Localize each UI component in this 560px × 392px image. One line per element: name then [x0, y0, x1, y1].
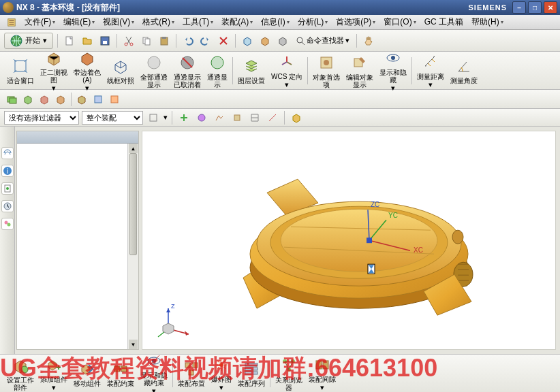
toolbar-assembly: 设置工作 部件 添加组件▾ 移动组件 装配约束 显示和隐 藏约束▾ 装配布置 爆…	[0, 354, 560, 392]
menu-pref[interactable]: 首选项(P)▾	[332, 15, 379, 29]
menu-gc[interactable]: GC 工具箱	[420, 15, 467, 29]
asm-arrange-button[interactable]: 装配布置	[175, 358, 208, 389]
svg-point-20	[391, 56, 395, 60]
fb-8[interactable]	[289, 110, 304, 125]
svg-point-41	[452, 230, 463, 244]
menu-info[interactable]: 信息(I)▾	[257, 15, 293, 29]
relation-browser-button[interactable]: 关系浏览 器	[273, 355, 305, 393]
meas-ang-button[interactable]: 测量角度	[448, 55, 480, 86]
new-button[interactable]	[62, 33, 77, 48]
svg-point-33	[4, 221, 7, 225]
scroll-thumb[interactable]	[129, 153, 137, 255]
show-hide-const-button[interactable]: 显示和隐 藏约束▾	[138, 350, 170, 392]
wireframe-button[interactable]: 线框对照	[104, 55, 137, 86]
obj-pref-button[interactable]: 对象首选 项	[310, 52, 343, 90]
delete-button[interactable]	[216, 33, 231, 48]
thrucancel-button[interactable]: 通透显示 已取消着	[171, 52, 204, 90]
svg-rect-25	[150, 114, 157, 121]
undo-button[interactable]	[181, 33, 196, 48]
explode-button[interactable]: 爆炸图▾	[208, 354, 234, 393]
app-icon	[3, 2, 14, 13]
tb3-7[interactable]	[107, 92, 122, 107]
fb-5[interactable]	[230, 110, 245, 125]
3d-viewport[interactable]: XC YC ZC Z	[142, 131, 556, 350]
select-filter-combo[interactable]: 没有选择过滤器	[4, 111, 79, 125]
menu-view[interactable]: 视图(V)▾	[99, 15, 138, 29]
tb3-4[interactable]	[53, 92, 68, 107]
menu-analyze[interactable]: 分析(L)▾	[294, 15, 332, 29]
svg-point-39	[281, 209, 437, 272]
ortho-view-button[interactable]: 正二测视 图▾	[37, 47, 70, 94]
menu-window[interactable]: 窗口(O)▾	[379, 15, 420, 29]
fb-7[interactable]	[265, 110, 280, 125]
vtab-doc[interactable]	[1, 182, 14, 195]
wcs-button[interactable]: WCS 定向▾	[268, 51, 305, 91]
set-work-part-button[interactable]: 设置工作 部件	[4, 355, 37, 393]
svg-rect-8	[145, 39, 150, 45]
thushow-button[interactable]: 通透显 示	[204, 52, 230, 90]
hand-button[interactable]	[361, 33, 376, 48]
toolbar-utility	[0, 90, 560, 109]
tb3-3[interactable]	[37, 92, 52, 107]
scroll-down-arrow[interactable]: ▼	[129, 340, 138, 349]
menu-edit[interactable]: 编辑(E)▾	[59, 15, 99, 29]
redo-button[interactable]	[198, 33, 213, 48]
cube2-button[interactable]	[258, 33, 273, 48]
menu-format[interactable]: 格式(R)▾	[138, 15, 178, 29]
svg-point-31	[6, 187, 9, 190]
tb3-6[interactable]	[91, 92, 106, 107]
close-button[interactable]: ✕	[544, 1, 557, 14]
menu-file[interactable]: 文件(F)▾	[20, 15, 59, 29]
menu-tools[interactable]: 工具(T)▾	[178, 15, 217, 29]
fb-4[interactable]	[212, 110, 227, 125]
vtab-roles[interactable]	[1, 218, 14, 230]
fb-2[interactable]	[176, 110, 191, 125]
fit-window-button[interactable]: 适合窗口	[4, 55, 37, 86]
open-button[interactable]	[80, 33, 95, 48]
tb3-5[interactable]	[74, 92, 89, 107]
add-component-button[interactable]: 添加组件▾	[37, 354, 70, 393]
tb3-2[interactable]	[20, 92, 35, 107]
edge-color-button[interactable]: 带边着色 (A)▾	[71, 47, 104, 94]
fb-3[interactable]	[194, 110, 209, 125]
svg-rect-51	[121, 366, 127, 372]
panel-scrollbar[interactable]: ▲ ▼	[127, 144, 138, 349]
fb-6[interactable]	[247, 110, 262, 125]
minimize-button[interactable]: –	[512, 1, 526, 14]
move-component-button[interactable]: 移动组件	[71, 358, 104, 389]
search-icon	[296, 36, 305, 46]
show-hide-button[interactable]: 显示和隐 藏▾	[377, 47, 409, 94]
allthru-button[interactable]: 全部通透 显示	[138, 52, 170, 90]
asm-clearance-button[interactable]: 装配间隙▾	[306, 354, 339, 393]
assembly-scope-combo[interactable]: 整个装配	[82, 111, 143, 125]
paste-button[interactable]	[157, 33, 172, 48]
cube3-button[interactable]	[275, 33, 290, 48]
tb3-1[interactable]	[4, 92, 19, 107]
menu-help[interactable]: 帮助(H)▾	[467, 15, 508, 29]
svg-rect-10	[162, 37, 166, 39]
command-finder[interactable]: 命令查找器▾	[293, 35, 352, 46]
save-button[interactable]	[97, 33, 112, 48]
svg-point-6	[130, 43, 133, 46]
layer-settings-button[interactable]: 图层设置	[235, 55, 268, 86]
fb-1[interactable]	[146, 110, 161, 125]
edit-obj-button[interactable]: 编辑对象 显示	[343, 52, 376, 90]
meas-dist-button[interactable]: 测量距离▾	[414, 51, 447, 91]
svg-text:Z: Z	[171, 303, 175, 310]
asm-sequence-button[interactable]: 装配序列	[235, 358, 268, 389]
asm-constraints-button[interactable]: 装配约束	[104, 358, 137, 389]
panel-header[interactable]	[17, 131, 138, 144]
menu-assembly[interactable]: 装配(A)▾	[217, 15, 257, 29]
copy-button[interactable]	[139, 33, 154, 48]
view-triad: Z	[155, 301, 196, 342]
vtab-nav[interactable]	[1, 147, 14, 159]
cube1-button[interactable]	[240, 33, 255, 48]
start-button[interactable]: 开始▾	[4, 33, 53, 49]
menu-icon[interactable]	[3, 16, 20, 29]
vtab-history[interactable]	[1, 200, 14, 212]
maximize-button[interactable]: □	[528, 1, 542, 14]
svg-point-11	[297, 37, 302, 43]
vtab-info[interactable]: i	[1, 165, 14, 177]
cut-button[interactable]	[121, 33, 136, 48]
scroll-up-arrow[interactable]: ▲	[129, 144, 138, 153]
